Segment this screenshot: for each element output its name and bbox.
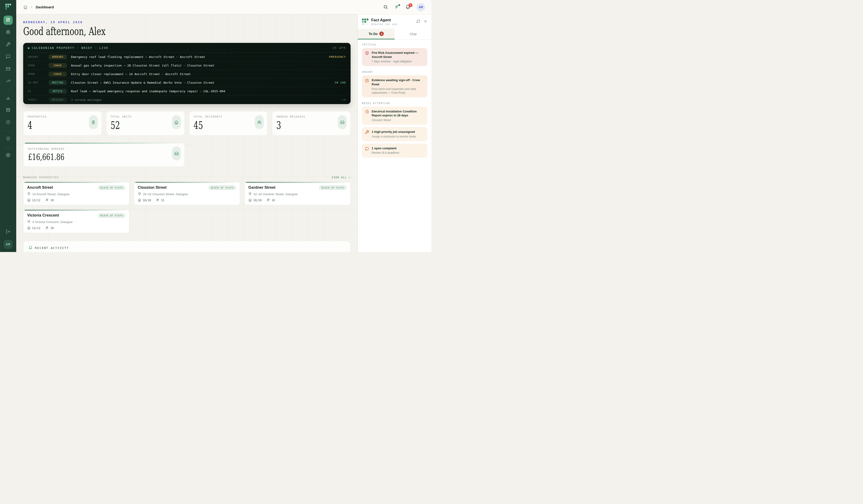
search-button[interactable]: [383, 5, 388, 10]
date-kicker: WEDNESDAY, 29 APRIL 2026: [23, 21, 351, 24]
inbox-icon: [338, 115, 347, 129]
outstanding-arrears-card: OUTSTANDING ARREARS £16,661.86: [23, 142, 185, 167]
stat-value: 45: [193, 120, 263, 130]
users-icon: [46, 226, 49, 230]
home-icon: [138, 198, 141, 202]
brief-row-label: S1: [28, 90, 45, 93]
sidebar-item-payments[interactable]: [3, 65, 13, 74]
stat-label: TOTAL UNITS: [111, 115, 180, 118]
property-address: 14 Ancroft Street, Glasgow: [32, 192, 70, 196]
clock-icon: [365, 110, 369, 114]
sidebar-item-messages[interactable]: [3, 52, 13, 62]
todo-title: Electrical Installation Condition Report…: [372, 110, 424, 117]
todo-item[interactable]: Evidence awaiting sign-off · Crow RoadPo…: [362, 75, 427, 97]
property-name: Gardner Street: [248, 185, 275, 190]
sidebar-item-properties[interactable]: [3, 28, 13, 37]
todo-subtitle: Assign a contractor to resolve faster: [372, 135, 416, 138]
stat-label: TOTAL RESIDENTS: [193, 115, 263, 118]
dashboard-grid-icon: [6, 17, 10, 23]
bell-icon: [28, 245, 33, 250]
todo-subtitle: Clouston Street: [372, 118, 424, 122]
view-all-link[interactable]: VIEW ALL →: [332, 176, 351, 179]
ai-assistant-button[interactable]: [395, 5, 400, 10]
brief-row-text: 3 unread messages: [71, 98, 338, 102]
sidebar-nav: [3, 15, 13, 227]
user-avatar[interactable]: AR: [417, 3, 425, 11]
todo-list: CRITICAL Fire Risk Assessment expired — …: [358, 40, 432, 252]
sidebar-item-issues[interactable]: [3, 118, 13, 127]
brief-row-text: Annual gas safety inspection — 28 Cloust…: [71, 64, 342, 67]
brief-row[interactable]: OPEN CHASE Entry door closer replacement…: [23, 70, 351, 78]
sidebar-item-calendar[interactable]: [3, 106, 13, 115]
tab-chat[interactable]: Chat: [395, 29, 432, 39]
property-card-ancroft[interactable]: Ancroft StreetBLOCK OF FLATS 14 Ancroft …: [23, 182, 129, 205]
brief-header: CALEDONIAN PROPERTY · BRIEF · LIVE 29 AP…: [23, 43, 351, 53]
todo-title: Evidence awaiting sign-off · Crow Road: [372, 78, 424, 86]
check-square-icon: [365, 78, 369, 83]
app-root: AR Dashboard 1 AR WEDNESDAY, 29 APRIL 20…: [0, 0, 432, 252]
property-card-gardner[interactable]: Gardner StreetBLOCK OF FLATS 32–42 Gardn…: [245, 182, 351, 205]
property-units: 12/12: [32, 227, 40, 230]
page-greeting: Good afternoon, Alex: [23, 26, 351, 37]
fact-agent-panel: Fact Agent UPDATED 34S AGO To Do5 Chat C…: [358, 14, 432, 252]
map-pin-icon: [27, 220, 30, 224]
brief-row-text: Entry door closer replacement — 14 Ancro…: [71, 72, 342, 76]
tab-todo[interactable]: To Do5: [358, 29, 395, 39]
todo-title: 1 high-priority job unassigned: [372, 130, 416, 134]
property-card-victoria[interactable]: Victoria CrescentBLOCK OF FLATS 4 Victor…: [23, 210, 129, 233]
home-icon[interactable]: [23, 5, 28, 9]
sparkles-icon: [395, 6, 399, 10]
notifications-button[interactable]: 1: [405, 5, 411, 10]
wrench-icon: [6, 42, 10, 48]
sidebar-item-finance[interactable]: [3, 77, 13, 86]
stat-card-unread-messages: UNREAD MESSAGES 3: [272, 111, 351, 136]
property-type-badge: BLOCK OF FLATS: [98, 213, 125, 218]
brief-row[interactable]: S1 NOTICE Roof leak — delayed emergency …: [23, 87, 351, 96]
home-icon: [172, 115, 181, 129]
brief-row[interactable]: 18 MAY MEETING Clouston Street — EWS1 In…: [23, 78, 351, 87]
search-icon: [383, 6, 388, 10]
sidebar-item-maintenance[interactable]: [3, 40, 13, 49]
sidebar-item-compliance[interactable]: [3, 135, 13, 144]
brief-row-text: Roof leak — delayed emergency response a…: [71, 89, 342, 93]
todo-item[interactable]: Fire Risk Assessment expired — Ancroft S…: [362, 48, 427, 66]
property-card-clouston[interactable]: Clouston StreetBLOCK OF FLATS 28–32 Clou…: [134, 182, 240, 205]
brief-row[interactable]: URGENT ARREARS Emergency roof lead flash…: [23, 53, 351, 61]
close-icon[interactable]: [424, 20, 427, 24]
property-residents: 15: [161, 199, 164, 202]
gear-icon: [6, 153, 10, 158]
brief-row-text: Emergency roof lead flashing replacement…: [71, 55, 325, 59]
todo-item[interactable]: Electrical Installation Condition Report…: [362, 106, 427, 125]
users-icon: [255, 115, 264, 129]
property-address: 32–42 Gardner Street, Glasgow: [253, 192, 298, 196]
property-address: 28–32 Clouston Street, Glasgow: [143, 192, 188, 196]
brief-row[interactable]: OPEN CHASE Annual gas safety inspection …: [23, 61, 351, 70]
brief-row-badge: MEETING: [49, 80, 67, 85]
property-name: Victoria Crescent: [27, 213, 59, 217]
home-icon: [27, 226, 30, 230]
stat-card-properties: PROPERTIES 4: [23, 111, 102, 136]
inbox-icon: [172, 147, 181, 161]
sidebar-item-reports[interactable]: [3, 93, 13, 103]
todo-item[interactable]: 1 high-priority job unassignedAssign a c…: [362, 127, 427, 141]
panel-updated-status: UPDATED 34S AGO: [371, 23, 397, 25]
sidebar-avatar[interactable]: AR: [4, 240, 13, 249]
brief-row-badge: NOTICE: [49, 89, 67, 94]
home-icon: [248, 198, 252, 202]
shield-check-icon: [6, 136, 10, 142]
property-type-badge: BLOCK OF FLATS: [209, 185, 236, 190]
property-type-badge: BLOCK OF FLATS: [98, 185, 125, 190]
main-content: WEDNESDAY, 29 APRIL 2026 Good afternoon,…: [16, 14, 358, 252]
stats-row: PROPERTIES 4 TOTAL UNITS 52 TOTAL RESIDE…: [23, 111, 351, 136]
app-logo: [5, 4, 11, 10]
refresh-icon[interactable]: [416, 20, 420, 24]
sidebar-item-settings[interactable]: [3, 151, 13, 160]
sidebar-item-dashboard[interactable]: [3, 15, 13, 25]
brief-row[interactable]: INBOX MESSAGE 3 unread messages ×3: [23, 96, 351, 104]
logout-button[interactable]: [3, 227, 13, 237]
todo-item[interactable]: 1 open complaintReview SLA deadlines: [362, 143, 427, 158]
property-name: Ancroft Street: [27, 185, 53, 190]
stat-value: 4: [28, 120, 97, 130]
brief-row-label: 18 MAY: [28, 81, 45, 84]
recent-activity-label: RECENT ACTIVITY: [35, 247, 69, 250]
